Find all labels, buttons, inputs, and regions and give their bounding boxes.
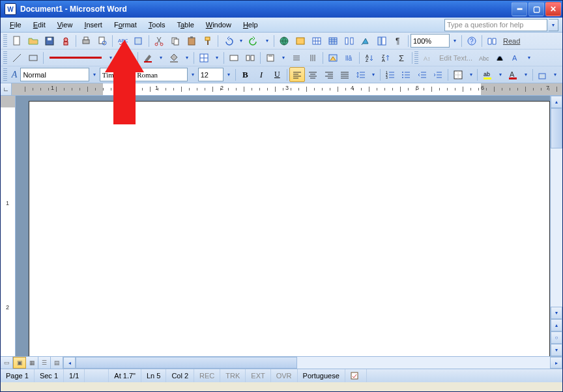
align-center-button[interactable] (306, 67, 321, 82)
font-color-button[interactable]: A (506, 67, 521, 82)
hscroll-thumb[interactable] (76, 357, 297, 369)
paste-button[interactable] (184, 33, 199, 48)
normal-view-button[interactable]: ▭ (1, 357, 13, 369)
scroll-right-button[interactable]: ▸ (550, 357, 562, 369)
menu-file[interactable]: File (5, 20, 27, 30)
status-spellcheck-icon[interactable] (345, 369, 367, 382)
outline-view-button[interactable]: ☰ (38, 357, 51, 369)
columns-button[interactable] (341, 33, 357, 48)
scroll-left-button[interactable]: ◂ (63, 357, 76, 369)
font-color-dropdown[interactable]: ▾ (521, 72, 530, 77)
merge-cells-button[interactable] (226, 50, 242, 65)
scroll-down-button[interactable]: ▾ (551, 307, 562, 319)
horizontal-ruler[interactable]: ∟ 11234567 (1, 83, 562, 96)
status-section[interactable]: Sec 1 (35, 369, 64, 382)
font-dropdown[interactable]: ▾ (188, 72, 197, 77)
status-pages[interactable]: 1/1 (64, 369, 85, 382)
read-button[interactable]: Read (500, 37, 523, 45)
shading-dropdown[interactable]: ▾ (182, 55, 192, 61)
scroll-up-button[interactable]: ▴ (551, 96, 562, 108)
distribute-cols-button[interactable] (305, 50, 321, 65)
horizontal-scrollbar[interactable]: ◂ ▸ (63, 357, 562, 369)
print-preview-button[interactable] (94, 33, 110, 48)
distribute-rows-button[interactable] (289, 50, 304, 65)
status-col[interactable]: Col 2 (166, 369, 194, 382)
menu-format[interactable]: Format (109, 20, 142, 30)
align-top-button[interactable] (263, 50, 278, 65)
spellcheck-button[interactable]: ABC (115, 33, 130, 48)
italic-button[interactable]: I (253, 67, 269, 82)
next-page-button[interactable]: ▾ (551, 344, 562, 356)
eraser-button[interactable] (120, 50, 136, 65)
status-language[interactable]: Portuguese (298, 369, 345, 382)
hyperlink-button[interactable] (276, 33, 292, 48)
styles-pane-icon[interactable]: A (9, 70, 20, 80)
minimize-button[interactable]: ━ (512, 2, 527, 16)
menu-table[interactable]: Table (171, 20, 199, 30)
split-cells-button[interactable] (242, 50, 258, 65)
help-search-input[interactable]: Type a question for help (444, 19, 547, 31)
size-combo[interactable]: 12 (198, 68, 224, 81)
align-right-button[interactable] (321, 67, 337, 82)
border-color-button[interactable] (140, 50, 156, 65)
vertical-scrollbar[interactable]: ▴ ▾ ▴ ○ ▾ (550, 96, 562, 356)
toolbar-overflow[interactable]: ▾ (551, 72, 560, 77)
status-rec[interactable]: REC (194, 369, 220, 382)
insert-table-button[interactable] (309, 33, 325, 48)
close-button[interactable]: ✕ (545, 2, 561, 16)
status-line[interactable]: Ln 5 (141, 369, 166, 382)
borders-button[interactable] (196, 50, 212, 65)
redo-dropdown[interactable]: ▾ (263, 38, 272, 44)
line-style-dropdown[interactable]: ▾ (106, 55, 115, 61)
format-painter-button[interactable] (200, 33, 216, 48)
highlight-dropdown[interactable]: ▾ (496, 72, 505, 77)
toolbar-grip[interactable] (3, 35, 7, 48)
page[interactable] (29, 101, 550, 356)
shading-button[interactable] (166, 50, 182, 65)
print-button[interactable] (78, 33, 94, 48)
help-button[interactable]: ? (464, 33, 480, 48)
undo-dropdown[interactable]: ▾ (237, 38, 246, 44)
wordart-shape-button[interactable]: A (508, 50, 524, 65)
browse-object-button[interactable]: ○ (551, 331, 562, 344)
toolbar-grip[interactable] (414, 51, 418, 64)
line-spacing-button[interactable] (353, 67, 369, 82)
menu-window[interactable]: Window (201, 20, 237, 30)
menu-edit[interactable]: Edit (28, 20, 51, 30)
research-button[interactable] (131, 33, 147, 48)
undo-button[interactable] (220, 33, 236, 48)
docmap-button[interactable] (374, 33, 390, 48)
toolbar-overflow[interactable]: ▾ (525, 55, 534, 61)
help-search-dropdown[interactable]: ▾ (549, 19, 558, 31)
menu-tools[interactable]: Tools (143, 20, 171, 30)
menu-view[interactable]: View (52, 20, 78, 30)
text-direction-button[interactable]: llâ (341, 50, 357, 65)
scroll-thumb[interactable] (551, 108, 562, 148)
justify-button[interactable] (338, 67, 353, 82)
decrease-indent-button[interactable] (414, 67, 430, 82)
web-layout-view-button[interactable]: ▦ (26, 357, 38, 369)
status-page[interactable]: Page 1 (1, 369, 35, 382)
tables-borders-button[interactable] (293, 33, 308, 48)
status-ext[interactable]: EXT (246, 369, 270, 382)
status-at[interactable]: At 1.7" (109, 369, 141, 382)
font-combo[interactable]: Times New Roman (100, 68, 188, 81)
size-dropdown[interactable]: ▾ (224, 72, 233, 77)
status-trk[interactable]: TRK (220, 369, 246, 382)
autosum-button[interactable]: Σ (394, 50, 410, 65)
cut-button[interactable] (151, 33, 167, 48)
show-hide-button[interactable]: ¶ (390, 33, 406, 48)
toolbar-grip[interactable] (3, 51, 7, 64)
superscript-button[interactable] (535, 67, 551, 82)
maximize-button[interactable]: ▢ (528, 2, 544, 16)
save-button[interactable] (42, 33, 57, 48)
wordart-gallery-button[interactable] (492, 50, 508, 65)
bold-button[interactable]: B (238, 67, 253, 82)
sort-asc-button[interactable]: AZ (362, 50, 377, 65)
drawing-button[interactable] (358, 33, 373, 48)
borders-dropdown[interactable]: ▾ (212, 55, 222, 61)
document-canvas[interactable] (16, 96, 550, 356)
open-button[interactable] (25, 33, 41, 48)
border-color-dropdown[interactable]: ▾ (156, 55, 166, 61)
status-ovr[interactable]: OVR (271, 369, 298, 382)
